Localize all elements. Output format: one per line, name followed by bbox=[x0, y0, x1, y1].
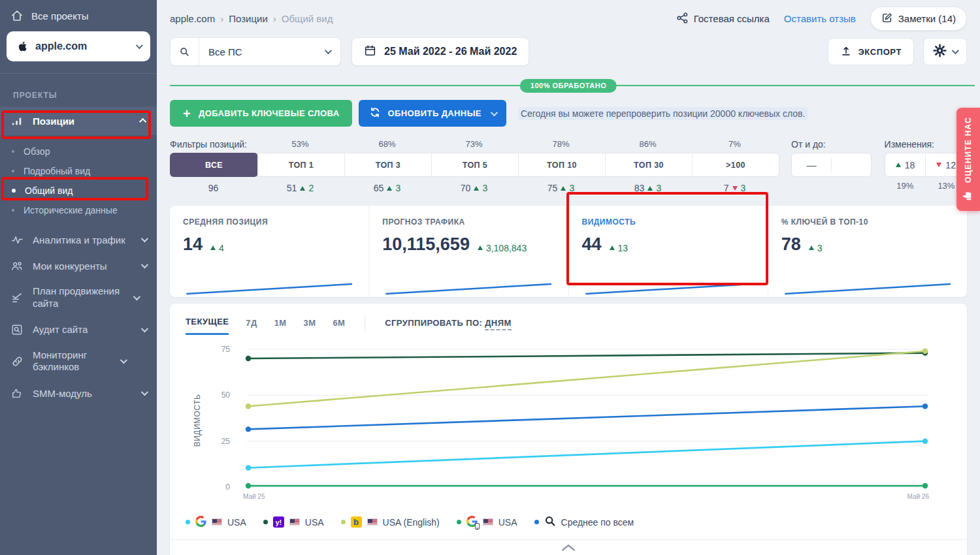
breadcrumb: apple.com › Позиции › Общий вид bbox=[170, 13, 333, 24]
sparkline bbox=[382, 274, 555, 297]
changes-filter-label: Изменения: bbox=[885, 137, 967, 151]
settings-button[interactable] bbox=[923, 38, 967, 65]
segment-top30[interactable]: ТОП 30 bbox=[605, 153, 692, 176]
chart-area: ВИДИМОСТЬ 0255075Май 25Май 26 bbox=[170, 339, 967, 506]
tab-3m[interactable]: 3М bbox=[304, 318, 316, 334]
sidebar-item-site-audit[interactable]: Аудит сайта bbox=[0, 317, 157, 343]
tab-1m[interactable]: 1М bbox=[274, 318, 287, 334]
sidebar-item-backlinks[interactable]: Мониторинг бэклинков bbox=[0, 343, 157, 381]
series-color-dot bbox=[341, 520, 346, 524]
date-range-picker[interactable]: 25 Май 2022 - 26 Май 2022 bbox=[351, 37, 529, 66]
legend-item-google-mobile-usa[interactable]: USA bbox=[457, 516, 517, 529]
usa-flag-icon bbox=[212, 518, 222, 526]
breadcrumb-separator: › bbox=[273, 13, 276, 24]
segment-top5[interactable]: ТОП 5 bbox=[431, 153, 518, 176]
all-projects-link[interactable]: Все проекты bbox=[0, 0, 157, 29]
subitem-label: Подробный вид bbox=[24, 166, 90, 176]
chart-tabs: ТЕКУЩЕЕ 7Д 1М 3М 6М СГРУППИРОВАТЬ ПО:ДНЯ… bbox=[170, 304, 967, 336]
group-by-control[interactable]: СГРУППИРОВАТЬ ПО:ДНЯМ bbox=[385, 318, 511, 334]
stat-label: СРЕДНЯЯ ПОЗИЦИЯ bbox=[183, 217, 355, 227]
sidebar-subitem-historical-data[interactable]: Исторические данные bbox=[0, 200, 157, 220]
sidebar-item-competitors[interactable]: Мои конкуренты bbox=[0, 253, 157, 279]
guest-link-label: Гостевая ссылка bbox=[694, 13, 770, 24]
legend-label: USA (English) bbox=[383, 517, 440, 528]
range-filter-input[interactable]: — bbox=[791, 153, 872, 177]
usa-flag-icon bbox=[483, 518, 493, 526]
sidebar-subitem-general-view[interactable]: Общий вид bbox=[0, 181, 157, 200]
stat-card-average-position[interactable]: СРЕДНЯЯ ПОЗИЦИЯ 14 4 bbox=[170, 206, 369, 297]
legend-item-yahoo-usa[interactable]: y! USA bbox=[263, 516, 324, 528]
segment-count: 73 bbox=[691, 181, 778, 195]
tab-7d[interactable]: 7Д bbox=[246, 318, 257, 334]
series-color-dot bbox=[186, 520, 190, 524]
stat-label: ВИДИМОСТЬ bbox=[582, 217, 755, 227]
sidebar-item-analytics[interactable]: Аналитика и трафик bbox=[0, 227, 157, 253]
legend-item-average[interactable]: Среднее по всем bbox=[534, 515, 634, 529]
segment-top1[interactable]: ТОП 1 bbox=[257, 153, 344, 176]
stat-value: 10,115,659 bbox=[382, 234, 470, 255]
rate-us-button[interactable]: ОЦЕНИТЕ НАС bbox=[956, 108, 980, 211]
bullet-dot-icon bbox=[12, 209, 14, 212]
feedback-link[interactable]: Оставить отзыв bbox=[784, 13, 856, 24]
svg-text:25: 25 bbox=[221, 437, 231, 446]
position-filter-segments: ВСЕ ТОП 1 ТОП 3 ТОП 5 ТОП 10 ТОП 30 >100 bbox=[170, 153, 779, 177]
segment-over100[interactable]: >100 bbox=[692, 153, 779, 176]
segment-percent: 68% bbox=[344, 137, 431, 151]
people-icon bbox=[10, 259, 24, 272]
stat-value: 44 bbox=[582, 234, 602, 255]
breadcrumb-project[interactable]: apple.com bbox=[170, 13, 215, 24]
update-data-button[interactable]: ОБНОВИТЬ ДАННЫЕ bbox=[359, 100, 506, 127]
tab-current[interactable]: ТЕКУЩЕЕ bbox=[186, 317, 229, 335]
series-color-dot bbox=[534, 520, 539, 524]
position-filters-section: Фильтры позиций: 53% 68% 73% 78% 86% 7% … bbox=[157, 127, 980, 195]
segment-top10[interactable]: ТОП 10 bbox=[518, 153, 605, 176]
stats-panel: СРЕДНЯЯ ПОЗИЦИЯ 14 4 ПРОГНОЗ ТРАФИКА 10,… bbox=[170, 206, 967, 297]
visibility-line-chart[interactable]: 0255075Май 25Май 26 bbox=[189, 339, 941, 503]
add-keywords-button[interactable]: + ДОБАВИТЬ КЛЮЧЕВЫЕ СЛОВА bbox=[170, 100, 352, 127]
legend-item-bing-usa[interactable]: b USA (English) bbox=[341, 516, 440, 528]
sidebar-item-label: Мониторинг бэклинков bbox=[33, 349, 111, 374]
subitem-label: Обзор bbox=[24, 146, 50, 157]
stat-card-keys-in-top10[interactable]: % КЛЮЧЕЙ В ТОП-10 78 3 bbox=[768, 206, 967, 297]
legend-item-google-usa[interactable]: USA bbox=[186, 516, 246, 529]
breadcrumb-positions[interactable]: Позиции bbox=[229, 13, 268, 24]
project-selector[interactable]: apple.com bbox=[7, 31, 150, 61]
legend-label: Среднее по всем bbox=[561, 517, 634, 528]
position-filters-label: Фильтры позиций: bbox=[170, 137, 257, 151]
segment-percent: 53% bbox=[257, 137, 344, 151]
up-triangle-icon bbox=[647, 186, 653, 191]
collapse-chevron-up-icon[interactable] bbox=[170, 540, 967, 551]
rate-thumb-icon bbox=[961, 190, 975, 202]
segment-percent: 7% bbox=[691, 137, 778, 151]
up-triangle-icon bbox=[610, 246, 615, 250]
chevron-down-icon bbox=[141, 388, 148, 396]
guest-link-button[interactable]: Гостевая ссылка bbox=[676, 12, 770, 26]
positions-submenu: Обзор Подробный вид Общий вид Историческ… bbox=[0, 142, 157, 220]
sidebar-subitem-detailed-view[interactable]: Подробный вид bbox=[0, 161, 157, 181]
bullet-dot-icon bbox=[12, 170, 14, 172]
search-engine-select[interactable]: Все ПС bbox=[170, 37, 341, 66]
tab-6m[interactable]: 6М bbox=[333, 318, 345, 334]
sidebar-item-label: Аудит сайта bbox=[33, 324, 132, 335]
sidebar-subitem-overview[interactable]: Обзор bbox=[0, 142, 157, 161]
sidebar-item-promotion-plan[interactable]: План продвижения сайта bbox=[0, 279, 157, 317]
segment-count: 653 bbox=[344, 181, 431, 195]
stat-card-visibility[interactable]: ВИДИМОСТЬ 44 13 bbox=[569, 206, 768, 297]
notes-button[interactable]: Заметки (14) bbox=[870, 7, 967, 31]
audit-magnifier-icon bbox=[10, 323, 24, 336]
changes-up-button[interactable]: 18 bbox=[885, 153, 926, 176]
add-keywords-label: ДОБАВИТЬ КЛЮЧЕВЫЕ СЛОВА bbox=[199, 108, 339, 118]
down-triangle-icon bbox=[732, 186, 738, 191]
export-button[interactable]: ЭКСПОРТ bbox=[828, 38, 915, 65]
subitem-label: Исторические данные bbox=[24, 205, 118, 215]
sidebar-item-smm[interactable]: SMM-модуль bbox=[0, 380, 157, 406]
up-triangle-icon bbox=[210, 246, 216, 250]
group-by-value: ДНЯМ bbox=[485, 318, 511, 330]
sidebar-item-positions[interactable]: Позиции bbox=[0, 106, 157, 135]
segment-all[interactable]: ВСЕ bbox=[170, 153, 258, 177]
segment-top3[interactable]: ТОП 3 bbox=[344, 153, 431, 176]
bing-icon: b bbox=[351, 516, 362, 528]
stat-delta: 4 bbox=[210, 243, 224, 253]
stat-card-traffic-forecast[interactable]: ПРОГНОЗ ТРАФИКА 10,115,659 3,108,843 bbox=[369, 206, 568, 297]
segment-percent: 86% bbox=[604, 137, 691, 151]
